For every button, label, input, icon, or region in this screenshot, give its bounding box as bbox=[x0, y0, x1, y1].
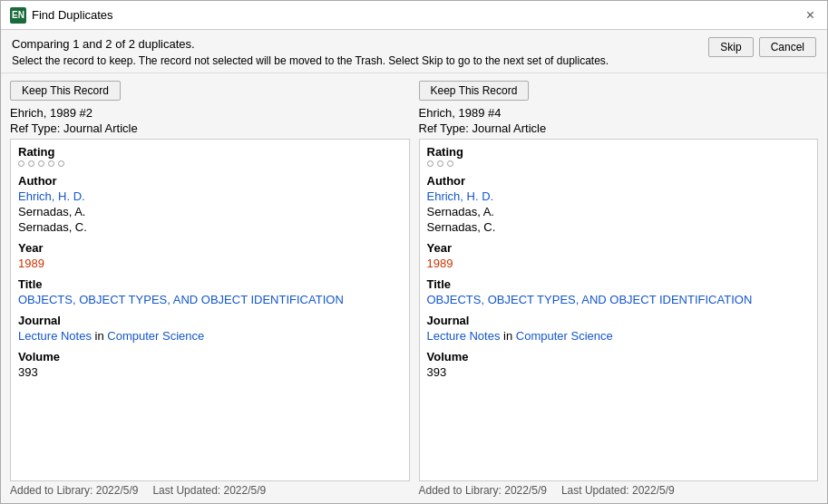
right-rating-label: Rating bbox=[427, 145, 811, 159]
right-keep-button[interactable]: Keep This Record bbox=[419, 81, 530, 101]
right-dot-1 bbox=[427, 160, 433, 167]
right-dot-3 bbox=[447, 160, 453, 167]
right-journal-label: Journal bbox=[427, 314, 811, 327]
left-title: OBJECTS, OBJECT TYPES, AND OBJECT IDENTI… bbox=[18, 293, 402, 306]
left-year: 1989 bbox=[18, 257, 402, 270]
app-icon: EN bbox=[10, 7, 26, 24]
right-footer: Added to Library: 2022/5/9 Last Updated:… bbox=[419, 481, 819, 499]
right-title: OBJECTS, OBJECT TYPES, AND OBJECT IDENTI… bbox=[427, 293, 811, 306]
left-author-1: Ehrich, H. D. bbox=[18, 189, 402, 203]
right-author-label: Author bbox=[427, 174, 811, 188]
dot-1 bbox=[18, 160, 24, 167]
left-ref-type: Ref Type: Journal Article bbox=[10, 121, 410, 135]
left-author-label: Author bbox=[18, 174, 402, 188]
left-record-panel: Keep This Record Ehrich, 1989 #2 Ref Typ… bbox=[10, 81, 410, 499]
find-duplicates-dialog: EN Find Duplicates × Comparing 1 and 2 o… bbox=[0, 0, 828, 504]
dot-4 bbox=[48, 160, 54, 167]
right-year-label: Year bbox=[427, 241, 811, 255]
dot-2 bbox=[28, 160, 34, 167]
left-journal: Lecture Notes in Computer Science bbox=[18, 329, 402, 343]
right-added: Added to Library: 2022/5/9 bbox=[419, 484, 547, 497]
right-author-3: Sernadas, C. bbox=[427, 220, 811, 234]
left-added: Added to Library: 2022/5/9 bbox=[10, 484, 138, 497]
left-volume-label: Volume bbox=[18, 350, 402, 363]
left-footer: Added to Library: 2022/5/9 Last Updated:… bbox=[10, 481, 410, 499]
close-button[interactable]: × bbox=[803, 8, 818, 23]
header-actions: Skip Cancel bbox=[708, 37, 816, 57]
right-rating-dots bbox=[427, 160, 811, 167]
left-ref-id: Ehrich, 1989 #2 bbox=[10, 106, 410, 120]
right-title-label: Title bbox=[427, 277, 811, 291]
left-volume: 393 bbox=[18, 365, 402, 379]
left-journal-rest: Computer Science bbox=[107, 329, 204, 343]
left-record-body[interactable]: Rating Author Ehrich, H. D. Sernadas, A.… bbox=[10, 139, 410, 481]
left-author-3: Sernadas, C. bbox=[18, 220, 402, 234]
left-year-label: Year bbox=[18, 241, 402, 255]
left-keep-btn-row: Keep This Record bbox=[10, 81, 410, 101]
right-journal: Lecture Notes in Computer Science bbox=[427, 329, 811, 343]
right-record-panel: Keep This Record Ehrich, 1989 #4 Ref Typ… bbox=[419, 81, 819, 499]
right-journal-rest: Computer Science bbox=[516, 329, 613, 343]
title-bar-left: EN Find Duplicates bbox=[10, 7, 113, 24]
left-rating-label: Rating bbox=[18, 145, 402, 159]
right-dot-2 bbox=[437, 160, 443, 167]
right-author-2: Sernadas, A. bbox=[427, 205, 811, 218]
header-text: Comparing 1 and 2 of 2 duplicates. Selec… bbox=[12, 37, 609, 67]
dialog-title: Find Duplicates bbox=[32, 8, 113, 22]
cancel-button[interactable]: Cancel bbox=[759, 37, 816, 57]
right-volume: 393 bbox=[427, 365, 811, 379]
right-keep-btn-row: Keep This Record bbox=[419, 81, 819, 101]
comparing-text: Comparing 1 and 2 of 2 duplicates. bbox=[12, 37, 609, 51]
right-record-body[interactable]: Rating Author Ehrich, H. D. Sernadas, A.… bbox=[419, 139, 819, 481]
right-updated: Last Updated: 2022/5/9 bbox=[561, 484, 675, 497]
right-journal-blue: Lecture Notes bbox=[427, 329, 504, 343]
left-keep-button[interactable]: Keep This Record bbox=[10, 81, 121, 101]
left-updated: Last Updated: 2022/5/9 bbox=[152, 484, 266, 497]
skip-button[interactable]: Skip bbox=[708, 37, 753, 57]
right-volume-label: Volume bbox=[427, 350, 811, 363]
left-journal-in: in bbox=[95, 329, 108, 343]
right-ref-id: Ehrich, 1989 #4 bbox=[419, 106, 819, 120]
dot-3 bbox=[38, 160, 44, 167]
left-title-label: Title bbox=[18, 277, 402, 291]
right-journal-in: in bbox=[503, 329, 516, 343]
left-journal-label: Journal bbox=[18, 314, 402, 327]
left-rating-dots bbox=[18, 160, 402, 167]
right-ref-type: Ref Type: Journal Article bbox=[419, 121, 819, 135]
title-bar: EN Find Duplicates × bbox=[1, 1, 827, 30]
instruction-text: Select the record to keep. The record no… bbox=[12, 54, 609, 67]
panels-row: Keep This Record Ehrich, 1989 #2 Ref Typ… bbox=[1, 73, 827, 503]
header-section: Comparing 1 and 2 of 2 duplicates. Selec… bbox=[1, 30, 827, 73]
dot-5 bbox=[58, 160, 64, 167]
left-journal-blue: Lecture Notes bbox=[18, 329, 95, 343]
right-author-1: Ehrich, H. D. bbox=[427, 189, 811, 203]
left-author-2: Sernadas, A. bbox=[18, 205, 402, 218]
right-year: 1989 bbox=[427, 257, 811, 270]
